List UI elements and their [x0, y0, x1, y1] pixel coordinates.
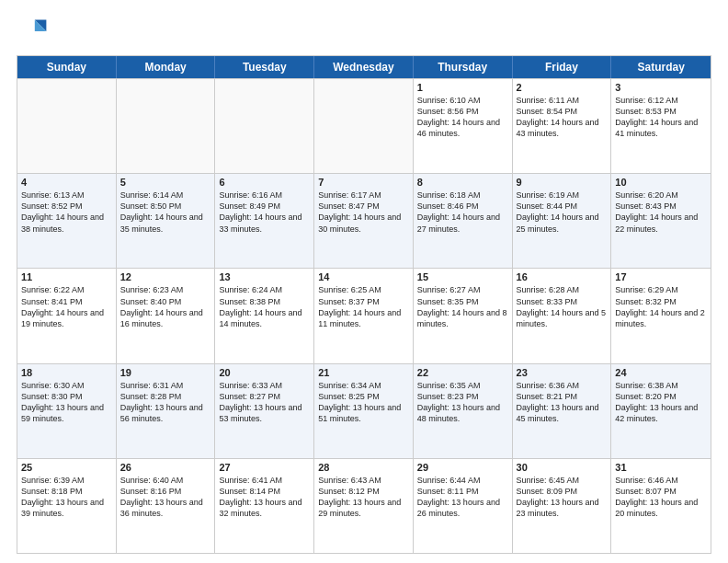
day-cell: 9Sunrise: 6:19 AM Sunset: 8:44 PM Daylig…: [513, 174, 612, 268]
day-cell: 24Sunrise: 6:38 AM Sunset: 8:20 PM Dayli…: [611, 364, 711, 458]
day-number: 7: [318, 177, 409, 188]
day-cell: 25Sunrise: 6:39 AM Sunset: 8:18 PM Dayli…: [17, 459, 117, 553]
day-info: Sunrise: 6:13 AM Sunset: 8:52 PM Dayligh…: [21, 190, 112, 235]
day-info: Sunrise: 6:24 AM Sunset: 8:38 PM Dayligh…: [219, 284, 310, 329]
day-info: Sunrise: 6:30 AM Sunset: 8:30 PM Dayligh…: [21, 380, 112, 425]
day-number: 5: [120, 177, 211, 188]
day-cell: 17Sunrise: 6:29 AM Sunset: 8:32 PM Dayli…: [611, 269, 711, 362]
day-number: 14: [318, 271, 409, 282]
day-info: Sunrise: 6:10 AM Sunset: 8:56 PM Dayligh…: [417, 95, 508, 140]
day-number: 30: [517, 462, 608, 473]
day-cell: 10Sunrise: 6:20 AM Sunset: 8:43 PM Dayli…: [611, 174, 711, 268]
day-number: 17: [615, 271, 707, 282]
day-info: Sunrise: 6:14 AM Sunset: 8:50 PM Dayligh…: [120, 190, 211, 235]
day-cell: 19Sunrise: 6:31 AM Sunset: 8:28 PM Dayli…: [117, 364, 216, 458]
day-number: 24: [615, 367, 707, 378]
day-info: Sunrise: 6:27 AM Sunset: 8:35 PM Dayligh…: [417, 284, 508, 329]
day-cell: 18Sunrise: 6:30 AM Sunset: 8:30 PM Dayli…: [17, 364, 117, 458]
day-info: Sunrise: 6:12 AM Sunset: 8:53 PM Dayligh…: [615, 95, 707, 140]
day-cell: 16Sunrise: 6:28 AM Sunset: 8:33 PM Dayli…: [513, 269, 612, 362]
day-cell: 30Sunrise: 6:45 AM Sunset: 8:09 PM Dayli…: [513, 459, 612, 553]
header: [17, 15, 711, 48]
day-number: 31: [615, 462, 707, 473]
header-monday: Monday: [117, 56, 216, 78]
week-row-2: 4Sunrise: 6:13 AM Sunset: 8:52 PM Daylig…: [17, 173, 711, 268]
day-info: Sunrise: 6:19 AM Sunset: 8:44 PM Dayligh…: [517, 190, 608, 235]
day-cell: 2Sunrise: 6:11 AM Sunset: 8:54 PM Daylig…: [513, 79, 612, 173]
day-number: 23: [517, 367, 608, 378]
day-number: 15: [417, 271, 508, 282]
day-cell: 23Sunrise: 6:36 AM Sunset: 8:21 PM Dayli…: [513, 364, 612, 458]
day-cell: [117, 79, 216, 173]
day-cell: 31Sunrise: 6:46 AM Sunset: 8:07 PM Dayli…: [611, 459, 711, 553]
day-info: Sunrise: 6:46 AM Sunset: 8:07 PM Dayligh…: [615, 475, 707, 520]
day-info: Sunrise: 6:36 AM Sunset: 8:21 PM Dayligh…: [517, 380, 608, 425]
day-cell: [215, 79, 314, 173]
day-number: 4: [21, 177, 112, 188]
day-cell: 22Sunrise: 6:35 AM Sunset: 8:23 PM Dayli…: [414, 364, 513, 458]
day-info: Sunrise: 6:25 AM Sunset: 8:37 PM Dayligh…: [318, 284, 409, 329]
day-info: Sunrise: 6:44 AM Sunset: 8:11 PM Dayligh…: [417, 475, 508, 520]
day-info: Sunrise: 6:11 AM Sunset: 8:54 PM Dayligh…: [517, 95, 608, 140]
day-cell: 11Sunrise: 6:22 AM Sunset: 8:41 PM Dayli…: [17, 269, 117, 362]
day-cell: [17, 79, 117, 173]
header-saturday: Saturday: [611, 56, 711, 78]
day-number: 3: [615, 82, 707, 93]
day-info: Sunrise: 6:41 AM Sunset: 8:14 PM Dayligh…: [219, 475, 310, 520]
day-info: Sunrise: 6:39 AM Sunset: 8:18 PM Dayligh…: [21, 475, 112, 520]
day-info: Sunrise: 6:35 AM Sunset: 8:23 PM Dayligh…: [417, 380, 508, 425]
day-number: 20: [219, 367, 310, 378]
week-row-5: 25Sunrise: 6:39 AM Sunset: 8:18 PM Dayli…: [17, 458, 711, 553]
header-thursday: Thursday: [414, 56, 513, 78]
header-sunday: Sunday: [17, 56, 117, 78]
header-tuesday: Tuesday: [215, 56, 314, 78]
day-info: Sunrise: 6:23 AM Sunset: 8:40 PM Dayligh…: [120, 284, 211, 329]
page: SundayMondayTuesdayWednesdayThursdayFrid…: [0, 0, 728, 563]
calendar-body: 1Sunrise: 6:10 AM Sunset: 8:56 PM Daylig…: [17, 78, 711, 553]
day-cell: [314, 79, 414, 173]
day-number: 21: [318, 367, 409, 378]
day-info: Sunrise: 6:29 AM Sunset: 8:32 PM Dayligh…: [615, 284, 707, 329]
day-cell: 4Sunrise: 6:13 AM Sunset: 8:52 PM Daylig…: [17, 174, 117, 268]
day-number: 27: [219, 462, 310, 473]
day-number: 26: [120, 462, 211, 473]
day-info: Sunrise: 6:45 AM Sunset: 8:09 PM Dayligh…: [517, 475, 608, 520]
day-number: 9: [517, 177, 608, 188]
day-info: Sunrise: 6:18 AM Sunset: 8:46 PM Dayligh…: [417, 190, 508, 235]
day-cell: 15Sunrise: 6:27 AM Sunset: 8:35 PM Dayli…: [414, 269, 513, 362]
day-number: 13: [219, 271, 310, 282]
header-wednesday: Wednesday: [314, 56, 414, 78]
day-cell: 27Sunrise: 6:41 AM Sunset: 8:14 PM Dayli…: [215, 459, 314, 553]
logo-icon: [17, 15, 50, 48]
day-cell: 1Sunrise: 6:10 AM Sunset: 8:56 PM Daylig…: [414, 79, 513, 173]
day-cell: 6Sunrise: 6:16 AM Sunset: 8:49 PM Daylig…: [215, 174, 314, 268]
day-info: Sunrise: 6:20 AM Sunset: 8:43 PM Dayligh…: [615, 190, 707, 235]
day-cell: 12Sunrise: 6:23 AM Sunset: 8:40 PM Dayli…: [117, 269, 216, 362]
day-number: 25: [21, 462, 112, 473]
day-cell: 29Sunrise: 6:44 AM Sunset: 8:11 PM Dayli…: [414, 459, 513, 553]
day-cell: 8Sunrise: 6:18 AM Sunset: 8:46 PM Daylig…: [414, 174, 513, 268]
day-cell: 21Sunrise: 6:34 AM Sunset: 8:25 PM Dayli…: [314, 364, 414, 458]
week-row-3: 11Sunrise: 6:22 AM Sunset: 8:41 PM Dayli…: [17, 268, 711, 362]
day-info: Sunrise: 6:33 AM Sunset: 8:27 PM Dayligh…: [219, 380, 310, 425]
calendar: SundayMondayTuesdayWednesdayThursdayFrid…: [17, 55, 711, 554]
day-number: 19: [120, 367, 211, 378]
logo: [17, 15, 53, 48]
day-cell: 26Sunrise: 6:40 AM Sunset: 8:16 PM Dayli…: [117, 459, 216, 553]
day-info: Sunrise: 6:34 AM Sunset: 8:25 PM Dayligh…: [318, 380, 409, 425]
day-number: 6: [219, 177, 310, 188]
day-number: 2: [517, 82, 608, 93]
day-number: 29: [417, 462, 508, 473]
day-cell: 5Sunrise: 6:14 AM Sunset: 8:50 PM Daylig…: [117, 174, 216, 268]
day-info: Sunrise: 6:43 AM Sunset: 8:12 PM Dayligh…: [318, 475, 409, 520]
day-cell: 28Sunrise: 6:43 AM Sunset: 8:12 PM Dayli…: [314, 459, 414, 553]
day-cell: 20Sunrise: 6:33 AM Sunset: 8:27 PM Dayli…: [215, 364, 314, 458]
day-number: 8: [417, 177, 508, 188]
day-number: 22: [417, 367, 508, 378]
day-info: Sunrise: 6:40 AM Sunset: 8:16 PM Dayligh…: [120, 475, 211, 520]
day-cell: 14Sunrise: 6:25 AM Sunset: 8:37 PM Dayli…: [314, 269, 414, 362]
day-cell: 7Sunrise: 6:17 AM Sunset: 8:47 PM Daylig…: [314, 174, 414, 268]
day-number: 11: [21, 271, 112, 282]
day-number: 1: [417, 82, 508, 93]
week-row-1: 1Sunrise: 6:10 AM Sunset: 8:56 PM Daylig…: [17, 78, 711, 173]
